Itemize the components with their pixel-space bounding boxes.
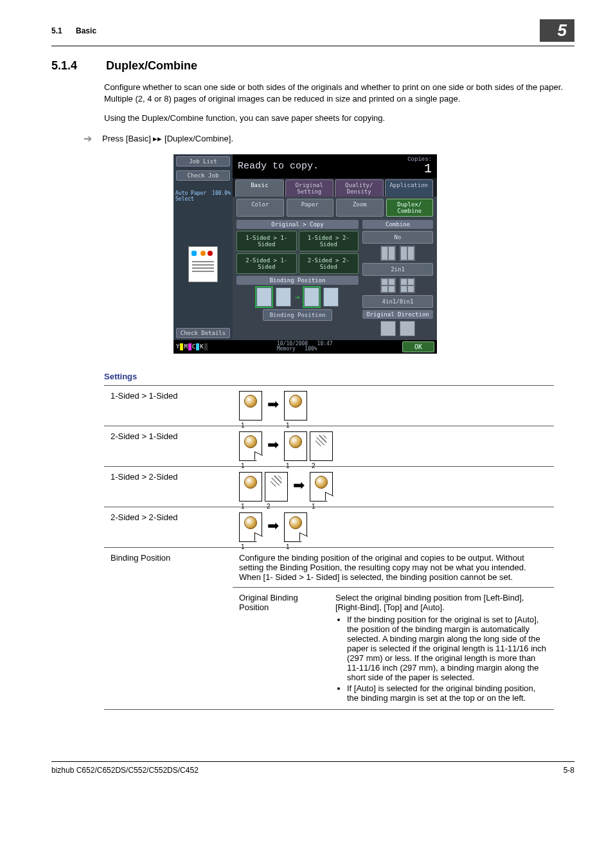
header-section-name: Basic bbox=[76, 26, 96, 35]
page-footer: bizhub C652/C652DS/C552/C552DS/C452 5-8 bbox=[51, 761, 574, 775]
right-arrow-icon: ➡ bbox=[267, 518, 279, 534]
job-list-button[interactable]: Job List bbox=[176, 156, 230, 167]
table-row: Binding Position Configure the binding p… bbox=[104, 548, 554, 588]
page-icon: 1 bbox=[239, 391, 262, 420]
table-row: 1-Sided > 1-Sided 1 ➡ 1 bbox=[104, 386, 554, 426]
step-1-text: Press [Basic] ▸▸ [Duplex/Combine]. bbox=[102, 134, 233, 143]
combine-4a-icon[interactable] bbox=[380, 278, 396, 293]
section-name: Duplex/Combine bbox=[106, 59, 197, 72]
chapter-badge: 5 bbox=[540, 19, 574, 42]
bullet-auto-topleft: If [Auto] is selected for the original b… bbox=[347, 683, 547, 703]
binding-copy-alt-icon bbox=[323, 287, 339, 307]
page-icon: 1 bbox=[284, 512, 307, 542]
toner-k: K bbox=[200, 343, 207, 350]
panel-bottom-bar: Y M C K 10/10/2008 10:47 Memory 100% OK bbox=[173, 340, 437, 354]
tab-quality-density[interactable]: Quality/ Density bbox=[335, 179, 384, 197]
btn-1s-2s[interactable]: 1-Sided > 2-Sided bbox=[299, 231, 359, 251]
orig-bind-intro: Select the original binding position fro… bbox=[335, 593, 524, 612]
tab-basic[interactable]: Basic bbox=[235, 179, 284, 197]
combine-layout-a-icon[interactable] bbox=[380, 246, 396, 261]
page-icon: 2 bbox=[310, 431, 333, 461]
combine-2in1-button[interactable]: 2in1 bbox=[362, 263, 433, 276]
page-preview bbox=[176, 204, 230, 325]
page-icon: 1 bbox=[239, 472, 262, 502]
page-icon: 1 bbox=[239, 431, 262, 461]
btn-2s-1s[interactable]: 2-Sided > 1-Sided bbox=[236, 253, 297, 274]
binding-position-button[interactable]: Binding Position bbox=[263, 309, 333, 321]
right-arrow-icon: ➔ bbox=[295, 292, 300, 302]
header-left: 5.1 Basic bbox=[51, 26, 96, 35]
original-direction-title: Original Direction bbox=[362, 310, 433, 319]
status-row: Ready to copy. Copies: 1 bbox=[233, 154, 437, 178]
ready-status: Ready to copy. bbox=[238, 161, 319, 172]
direction-portrait-icon[interactable] bbox=[380, 321, 396, 336]
row-label-2s2s: 2-Sided > 2-Sided bbox=[104, 507, 233, 548]
original-binding-position-label: Original Binding Position bbox=[233, 588, 329, 710]
table-row: 2-Sided > 1-Sided 1 ➡ 1 2 bbox=[104, 426, 554, 467]
direction-landscape-icon[interactable] bbox=[400, 321, 415, 336]
toner-c: C bbox=[192, 343, 199, 350]
check-job-button[interactable]: Check Job bbox=[176, 170, 230, 181]
combine-area: Combine No 2in1 4in1/8in1 Original Direc… bbox=[362, 219, 437, 340]
settings-heading: Settings bbox=[104, 372, 574, 381]
subtab-row: Color Paper Zoom Duplex/ Combine bbox=[233, 197, 437, 219]
page-preview-icon bbox=[188, 246, 218, 282]
diagram-1s2s: 1 2 ➡ 1 bbox=[233, 467, 554, 507]
settings-table: 1-Sided > 1-Sided 1 ➡ 1 2-Sided > 1-Side… bbox=[104, 385, 554, 710]
copies-value: 1 bbox=[407, 163, 432, 176]
btn-1s-1s[interactable]: 1-Sided > 1-Sided bbox=[236, 231, 297, 251]
zoom-percent: 100.0% bbox=[212, 190, 231, 202]
combine-layout-b-icon[interactable] bbox=[400, 246, 415, 261]
step-1: ➔ Press [Basic] ▸▸ [Duplex/Combine]. bbox=[84, 134, 574, 144]
btn-2s-2s[interactable]: 2-Sided > 2-Sided bbox=[299, 253, 359, 274]
footer-model: bizhub C652/C652DS/C552/C552DS/C452 bbox=[51, 766, 199, 775]
check-details-button[interactable]: Check Details bbox=[176, 328, 230, 338]
section-number: 5.1.4 bbox=[51, 59, 103, 73]
panel-left-sidebar: Job List Check Job Auto Paper Select 100… bbox=[173, 154, 233, 340]
toner-y: Y bbox=[176, 343, 183, 350]
table-row: 1-Sided > 2-Sided 1 2 ➡ 1 bbox=[104, 467, 554, 507]
subtab-paper[interactable]: Paper bbox=[287, 199, 334, 217]
tab-original-setting[interactable]: Original Setting bbox=[285, 179, 334, 197]
original-copy-area: Original > Copy 1-Sided > 1-Sided 1-Side… bbox=[233, 219, 362, 340]
page-icon: 1 bbox=[239, 512, 262, 542]
combine-4b-icon[interactable] bbox=[400, 278, 415, 293]
section-title: 5.1.4 Duplex/Combine bbox=[51, 59, 574, 73]
subtab-duplex-combine[interactable]: Duplex/ Combine bbox=[386, 199, 434, 217]
row-label-2s1s: 2-Sided > 1-Sided bbox=[104, 426, 233, 467]
tab-row-primary: Basic Original Setting Quality/ Density … bbox=[233, 178, 437, 197]
toner-m: M bbox=[184, 343, 191, 350]
binding-copy-icon bbox=[304, 287, 319, 307]
status-datetime: 10/10/2008 10:47 Memory 100% bbox=[277, 341, 333, 353]
paragraph-2: Using the Duplex/Combine function, you c… bbox=[104, 113, 574, 124]
page-icon: 1 bbox=[284, 431, 307, 461]
header-section-number: 5.1 bbox=[51, 26, 62, 35]
copies-indicator: Copies: 1 bbox=[407, 157, 432, 176]
subtab-color[interactable]: Color bbox=[236, 199, 284, 217]
original-copy-title: Original > Copy bbox=[236, 220, 359, 229]
combine-no-button[interactable]: No bbox=[362, 231, 433, 244]
binding-diagram: ➔ bbox=[236, 287, 359, 307]
page-header: 5.1 Basic 5 bbox=[51, 19, 574, 42]
paragraph-1: Configure whether to scan one side or bo… bbox=[104, 82, 574, 105]
tab-application[interactable]: Application bbox=[385, 179, 434, 197]
combine-4in1-8in1-button[interactable]: 4in1/8in1 bbox=[362, 295, 433, 308]
right-arrow-icon: ➡ bbox=[267, 437, 279, 453]
subtab-zoom[interactable]: Zoom bbox=[336, 199, 384, 217]
original-binding-position-desc: Select the original binding position fro… bbox=[329, 588, 554, 710]
diagram-2s2s: 1 ➡ 1 bbox=[233, 507, 554, 548]
page-icon: 2 bbox=[265, 472, 288, 502]
copier-panel-screenshot: Job List Check Job Auto Paper Select 100… bbox=[173, 154, 574, 354]
row-label-1s1s: 1-Sided > 1-Sided bbox=[104, 386, 233, 426]
row-label-binding: Binding Position bbox=[104, 548, 233, 710]
bullet-auto-length: If the binding position for the original… bbox=[347, 615, 547, 682]
table-row: 2-Sided > 2-Sided 1 ➡ 1 bbox=[104, 507, 554, 548]
ok-button[interactable]: OK bbox=[402, 341, 434, 352]
page-icon: 1 bbox=[310, 472, 333, 502]
diagram-1s1s: 1 ➡ 1 bbox=[233, 386, 554, 426]
right-arrow-icon: ➡ bbox=[267, 396, 279, 413]
auto-paper-label: Auto Paper Select bbox=[175, 190, 212, 202]
binding-original-icon bbox=[256, 287, 272, 307]
row-label-1s2s: 1-Sided > 2-Sided bbox=[104, 467, 233, 507]
diagram-2s1s: 1 ➡ 1 2 bbox=[233, 426, 554, 467]
